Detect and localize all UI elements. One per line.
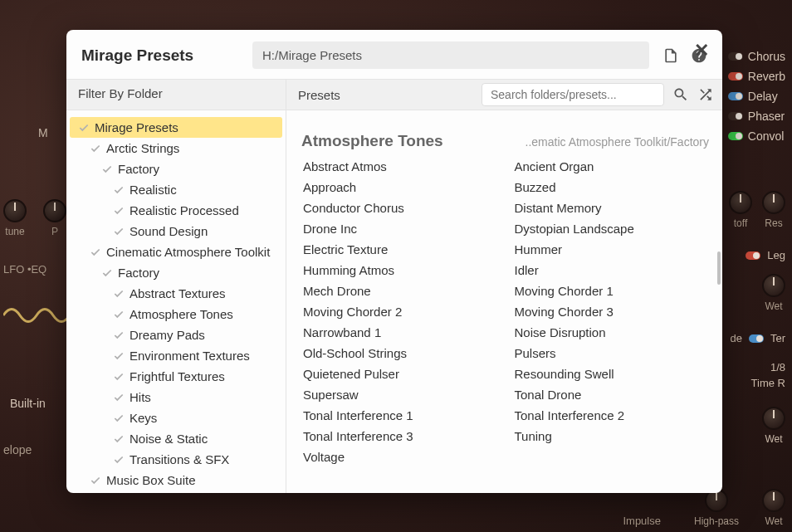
modal-title: Mirage Presets: [81, 46, 239, 65]
folder-item[interactable]: Music Box Suite: [70, 470, 282, 491]
folder-label: Arctic Strings: [106, 141, 179, 155]
preset-list-panel[interactable]: Atmosphere Tones ..ematic Atmosphere Too…: [286, 110, 722, 493]
check-icon: [113, 433, 125, 445]
preset-item[interactable]: Tonal Interference 1: [303, 408, 498, 423]
preset-item[interactable]: Supersaw: [303, 387, 498, 403]
presets-column-label: Presets: [298, 88, 340, 102]
preset-item[interactable]: Approach: [303, 179, 498, 195]
preset-item[interactable]: Old-School Strings: [303, 345, 498, 361]
waveform-graphic: [3, 299, 70, 332]
section-header: Atmosphere Tones ..ematic Atmosphere Too…: [300, 120, 712, 159]
preset-item[interactable]: Quietened Pulser: [303, 366, 498, 382]
preset-item[interactable]: Pulsers: [515, 345, 710, 361]
check-icon: [113, 226, 125, 237]
check-icon: [113, 392, 125, 403]
check-icon: [113, 371, 125, 383]
folder-item[interactable]: Mirage Presets: [70, 117, 282, 138]
close-icon[interactable]: ✕: [694, 40, 709, 61]
folder-item[interactable]: Frightful Textures: [70, 366, 282, 387]
subheader: Filter By Folder Presets: [66, 79, 722, 110]
check-icon: [113, 350, 125, 362]
check-icon: [113, 412, 125, 424]
de-ter-toggles: deTer: [730, 332, 785, 344]
folder-item[interactable]: Keys: [70, 408, 282, 428]
preset-item[interactable]: Narrowband 1: [303, 325, 498, 340]
folder-item[interactable]: Factory: [70, 262, 282, 283]
preset-item[interactable]: Mech Drone: [303, 283, 498, 299]
check-icon: [101, 267, 113, 279]
fx-phaser: Phaser: [728, 110, 785, 123]
preset-item[interactable]: Voltage: [303, 449, 498, 465]
preset-item[interactable]: Resounding Swell: [515, 366, 710, 382]
folder-item[interactable]: Abstract Textures: [70, 283, 282, 304]
preset-item[interactable]: Noise Disruption: [515, 325, 710, 340]
folder-item[interactable]: Realistic Processed: [70, 200, 282, 221]
check-icon: [113, 329, 125, 341]
preset-item[interactable]: Dystopian Landscape: [515, 221, 710, 237]
preset-item[interactable]: Humming Atmos: [303, 262, 498, 278]
builtin-label: Built-in: [10, 397, 46, 410]
folder-label: Keys: [130, 411, 157, 425]
preset-item[interactable]: Electric Texture: [303, 242, 498, 257]
folder-item[interactable]: Sound Design: [70, 221, 282, 242]
folder-item[interactable]: Factory: [70, 159, 282, 179]
search-input[interactable]: [482, 83, 664, 106]
lfo-eq-label: LFO •EQ: [3, 263, 46, 276]
preset-item[interactable]: Moving Chorder 1: [515, 283, 710, 299]
folder-label: Sound Design: [130, 224, 208, 238]
preset-item[interactable]: Abstract Atmos: [303, 159, 498, 174]
m-label: M: [38, 126, 48, 139]
preset-browser-modal: ✕ Mirage Presets Filter By Folder Preset…: [66, 30, 722, 493]
folder-label: Factory: [118, 266, 159, 280]
preset-item[interactable]: Tuning: [515, 428, 710, 444]
preset-item[interactable]: Idler: [515, 262, 710, 278]
folder-label: Noise & Static: [130, 432, 208, 446]
preset-item[interactable]: Tonal Drone: [515, 387, 710, 403]
preset-item[interactable]: Buzzed: [515, 179, 710, 195]
folder-item[interactable]: Arctic Strings: [70, 138, 282, 159]
preset-item[interactable]: Tonal Interference 3: [303, 428, 498, 444]
fx-list: Chorus Reverb Delay Phaser Convol: [728, 50, 785, 143]
folder-label: Hits: [130, 390, 151, 404]
folder-item[interactable]: Noise & Static: [70, 428, 282, 449]
envelope-label: elope: [3, 443, 32, 456]
fx-chorus: Chorus: [728, 50, 785, 63]
folder-label: Realistic: [130, 183, 177, 197]
folder-item[interactable]: Cinematic Atmosphere Toolkit: [70, 242, 282, 262]
folder-item[interactable]: Atmosphere Tones: [70, 304, 282, 325]
search-icon[interactable]: [672, 86, 689, 103]
folder-label: Music Box Suite: [106, 473, 196, 487]
folder-label: Transitions & SFX: [130, 452, 229, 466]
folder-item[interactable]: Transitions & SFX: [70, 449, 282, 470]
preset-item[interactable]: Ancient Organ: [515, 159, 710, 174]
modal-header: Mirage Presets: [66, 30, 722, 79]
preset-item[interactable]: Hummer: [515, 242, 710, 257]
folder-item[interactable]: Realistic: [70, 179, 282, 200]
fx-convol: Convol: [728, 129, 785, 143]
check-icon: [90, 143, 101, 154]
bg-knob-wet2: Wet: [762, 407, 785, 445]
preset-path-input[interactable]: [252, 41, 649, 69]
preset-item[interactable]: Moving Chorder 2: [303, 304, 498, 320]
preset-item[interactable]: Drone Inc: [303, 221, 498, 237]
preset-item[interactable]: Distant Memory: [515, 200, 710, 216]
time-section: 1/8 Time R: [751, 361, 785, 393]
bg-knob-wet: Wet: [762, 274, 785, 312]
new-file-icon[interactable]: [662, 47, 679, 64]
preset-item[interactable]: Tonal Interference 2: [515, 408, 710, 423]
scrollbar-thumb[interactable]: [717, 251, 721, 285]
fx-reverb: Reverb: [728, 70, 785, 83]
folder-label: Abstract Textures: [130, 286, 226, 300]
folder-tree[interactable]: Mirage PresetsArctic StringsFactoryReali…: [66, 110, 286, 493]
folder-item[interactable]: Environment Textures: [70, 345, 282, 366]
check-icon: [90, 246, 101, 258]
folder-item[interactable]: Hits: [70, 387, 282, 408]
folder-item[interactable]: Dreamy Pads: [70, 325, 282, 345]
preset-item[interactable]: Moving Chorder 3: [515, 304, 710, 320]
check-icon: [90, 475, 101, 486]
preset-item[interactable]: Conductor Chorus: [303, 200, 498, 216]
check-icon: [78, 122, 90, 134]
bg-knob-res: Res: [762, 191, 785, 229]
shuffle-icon[interactable]: [697, 86, 714, 103]
check-icon: [113, 205, 125, 217]
